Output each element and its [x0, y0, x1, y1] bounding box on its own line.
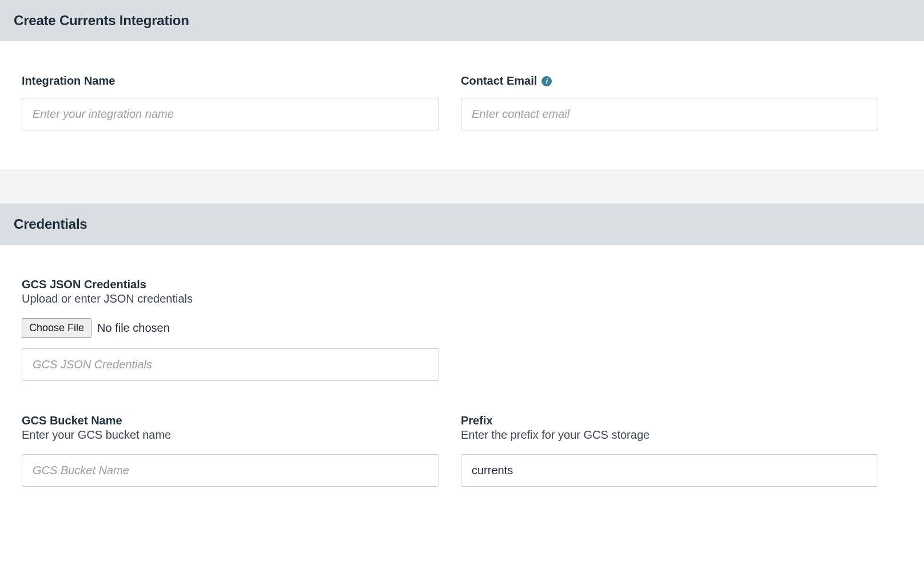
- integration-name-label-row: Integration Name: [22, 74, 439, 88]
- info-icon[interactable]: i: [541, 76, 552, 86]
- prefix-group: Prefix Enter the prefix for your GCS sto…: [461, 414, 878, 487]
- prefix-label: Prefix: [461, 414, 493, 427]
- gcs-json-label-row: GCS JSON Credentials: [22, 278, 902, 291]
- gcs-json-group: GCS JSON Credentials Upload or enter JSO…: [22, 278, 902, 381]
- prefix-input[interactable]: [461, 454, 878, 487]
- integration-name-group: Integration Name: [22, 74, 439, 130]
- create-integration-body: Integration Name Contact Email i: [0, 41, 924, 170]
- prefix-help: Enter the prefix for your GCS storage: [461, 428, 878, 442]
- create-integration-title: Create Currents Integration: [14, 13, 910, 29]
- gcs-json-input-wrap: [22, 348, 439, 381]
- contact-email-label: Contact Email: [461, 74, 537, 88]
- gcs-bucket-label-row: GCS Bucket Name: [22, 414, 439, 427]
- gcs-json-help: Upload or enter JSON credentials: [22, 292, 902, 305]
- integration-name-label: Integration Name: [22, 74, 115, 88]
- file-upload-row: Choose File No file chosen: [22, 318, 902, 338]
- credentials-header: Credentials: [0, 204, 924, 245]
- choose-file-button[interactable]: Choose File: [22, 318, 91, 338]
- gcs-bucket-name-input[interactable]: [22, 454, 439, 487]
- bucket-prefix-row: GCS Bucket Name Enter your GCS bucket na…: [22, 414, 902, 487]
- prefix-label-row: Prefix: [461, 414, 878, 427]
- gcs-bucket-help: Enter your GCS bucket name: [22, 428, 439, 442]
- contact-email-group: Contact Email i: [461, 74, 878, 130]
- gcs-json-credentials-input[interactable]: [22, 348, 439, 381]
- section-divider: [0, 170, 924, 204]
- file-status-text: No file chosen: [97, 321, 170, 335]
- gcs-json-label: GCS JSON Credentials: [22, 278, 146, 291]
- gcs-bucket-label: GCS Bucket Name: [22, 414, 122, 427]
- credentials-body: GCS JSON Credentials Upload or enter JSO…: [0, 245, 924, 515]
- credentials-title: Credentials: [14, 216, 910, 232]
- integration-form-row: Integration Name Contact Email i: [22, 74, 902, 130]
- create-integration-header: Create Currents Integration: [0, 0, 924, 41]
- contact-email-label-row: Contact Email i: [461, 74, 878, 88]
- integration-name-input[interactable]: [22, 98, 439, 130]
- gcs-bucket-group: GCS Bucket Name Enter your GCS bucket na…: [22, 414, 439, 487]
- contact-email-input[interactable]: [461, 98, 878, 130]
